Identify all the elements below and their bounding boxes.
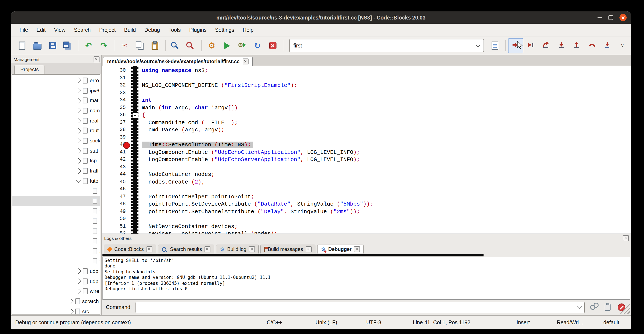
debugger-log[interactable]: Setting SHELL to '/bin/sh'doneSetting br… <box>102 257 630 300</box>
logs-tab-search-results[interactable]: Search results <box>158 245 214 253</box>
chevron-right-icon[interactable] <box>76 98 81 103</box>
project-tree[interactable]: erroipv6matnamrealroutsockstattcptrafltu… <box>12 74 100 314</box>
code-line-45[interactable]: nodes.Create (2); <box>142 178 631 186</box>
tree-item-mat[interactable]: mat <box>12 96 100 106</box>
code-line-50[interactable] <box>142 215 631 223</box>
code-line-49[interactable]: pointToPoint.SetChannelAttribute ("Delay… <box>142 208 631 215</box>
menu-build[interactable]: Build <box>120 27 140 33</box>
code-line-42[interactable]: LogComponentEnable ("UdpEchoServerApplic… <box>142 156 631 163</box>
overflow-chevron-button[interactable]: ∨ <box>615 38 630 53</box>
logs-tab-build-messages[interactable]: Build messages <box>260 245 316 253</box>
tree-item-ipv6[interactable]: ipv6 <box>12 85 100 95</box>
tree-item-wire[interactable]: wire <box>12 286 100 296</box>
tree-item-fif[interactable]: fif <box>12 186 100 196</box>
logs-tab-code-blocks[interactable]: Code::Blocks <box>104 245 156 253</box>
tree-item-fir[interactable]: fir <box>12 196 100 206</box>
close-icon[interactable] <box>242 59 248 65</box>
menu-plugins[interactable]: Plugins <box>185 27 211 33</box>
code-line-37[interactable]: CommandLine cmd (__FILE__); <box>142 119 631 126</box>
replace-button[interactable] <box>183 38 198 53</box>
menu-file[interactable]: File <box>15 27 32 33</box>
run-button[interactable] <box>219 38 234 53</box>
tree-item-trafl[interactable]: trafl <box>12 166 100 176</box>
close-icon[interactable] <box>306 246 312 252</box>
breakpoint-icon[interactable] <box>123 142 130 149</box>
close-icon[interactable] <box>204 246 210 252</box>
tree-item-stat[interactable]: stat <box>12 146 100 156</box>
next-instruction-button[interactable] <box>584 38 600 53</box>
chevron-right-icon[interactable] <box>76 108 81 113</box>
tree-item-src[interactable]: src <box>12 306 100 314</box>
code-line-31[interactable] <box>142 74 631 82</box>
run-to-cursor-button[interactable] <box>523 38 538 53</box>
menu-debug[interactable]: Debug <box>140 27 164 33</box>
undo-button[interactable]: ↶ <box>81 38 96 53</box>
tree-item-udp[interactable]: udp- <box>12 276 100 286</box>
logs-tab-debugger[interactable]: ⚙Debugger <box>317 245 364 253</box>
code-editor[interactable]: 3031323334353637383940414243444546474849… <box>102 66 631 233</box>
step-out-button[interactable] <box>569 38 584 53</box>
tree-item-he[interactable]: he <box>12 216 100 226</box>
clipboard-button[interactable] <box>602 302 613 312</box>
save-button[interactable] <box>45 38 60 53</box>
chevron-right-icon[interactable] <box>76 289 81 294</box>
step-into-button[interactable] <box>554 38 569 53</box>
cut-button[interactable]: ✂ <box>117 38 132 53</box>
tree-item-se[interactable]: se <box>12 236 100 246</box>
code-line-46[interactable] <box>142 186 631 193</box>
tree-item-real[interactable]: real <box>12 116 100 126</box>
chevron-right-icon[interactable] <box>76 158 81 163</box>
chevron-right-icon[interactable] <box>68 299 74 304</box>
tree-item-fo[interactable]: fo <box>12 206 100 216</box>
close-icon[interactable] <box>620 14 627 21</box>
tree-item-udp[interactable]: udp <box>12 266 100 276</box>
code-line-40[interactable]: Time::SetResolution (Time::NS); <box>142 141 631 149</box>
chevron-right-icon[interactable] <box>76 148 81 153</box>
chevron-right-icon[interactable] <box>76 268 81 274</box>
chevron-down-icon[interactable] <box>476 42 480 47</box>
tab-projects[interactable]: Projects <box>14 65 45 74</box>
code-line-43[interactable] <box>142 163 631 171</box>
menu-project[interactable]: Project <box>95 27 120 33</box>
build-button[interactable]: ⚙ <box>204 38 219 53</box>
next-line-button[interactable] <box>538 38 554 53</box>
copy-button[interactable] <box>132 38 147 53</box>
redo-button[interactable]: ↷ <box>96 38 111 53</box>
menu-edit[interactable]: Edit <box>32 27 50 33</box>
fold-marker-icon[interactable] <box>132 113 138 118</box>
chevron-right-icon[interactable] <box>76 118 81 123</box>
build-and-run-button[interactable] <box>234 38 250 53</box>
chevron-down-icon[interactable] <box>76 178 81 183</box>
logs-tab-build-log[interactable]: ⚙Build log <box>216 245 259 253</box>
tree-item-si[interactable]: si <box>12 246 100 256</box>
chevron-right-icon[interactable] <box>76 88 81 93</box>
minimize-icon[interactable] <box>598 17 602 18</box>
close-icon[interactable] <box>94 56 100 62</box>
maximize-icon[interactable] <box>608 15 613 20</box>
save-all-button[interactable] <box>60 38 75 53</box>
rebuild-button[interactable]: ↻ <box>250 38 265 53</box>
code-line-36[interactable]: { <box>142 112 631 119</box>
close-icon[interactable] <box>249 246 255 252</box>
tree-item-sock[interactable]: sock <box>12 136 100 146</box>
chevron-right-icon[interactable] <box>68 309 74 314</box>
menu-settings[interactable]: Settings <box>211 27 238 33</box>
close-icon[interactable] <box>623 235 629 241</box>
step-into-instruction-button[interactable] <box>600 38 615 53</box>
code-line-39[interactable] <box>142 134 631 141</box>
menu-tools[interactable]: Tools <box>164 27 185 33</box>
tree-item-rout[interactable]: rout <box>12 126 100 136</box>
tree-item-erro[interactable]: erro <box>12 76 100 85</box>
code-line-52[interactable]: devices = pointToPoint.Install (nodes); <box>142 230 631 233</box>
tree-item-tcp[interactable]: tcp <box>12 156 100 166</box>
chevron-right-icon[interactable] <box>76 128 81 133</box>
chevron-right-icon[interactable] <box>76 138 81 143</box>
tree-item-scratch[interactable]: scratch <box>12 296 100 306</box>
editor-tab-first-cc[interactable]: mnt/dev/tools/source/ns-3-dev/examples/t… <box>103 57 252 66</box>
code-line-48[interactable]: pointToPoint.SetDeviceAttribute ("DataRa… <box>142 200 631 208</box>
code-line-38[interactable]: cmd.Parse (argc, argv); <box>142 126 631 134</box>
code-line-33[interactable] <box>142 89 631 97</box>
search-combo[interactable]: first <box>289 39 484 52</box>
code-line-41[interactable]: LogComponentEnable ("UdpEchoClientApplic… <box>142 149 631 156</box>
link-button[interactable] <box>588 302 599 312</box>
